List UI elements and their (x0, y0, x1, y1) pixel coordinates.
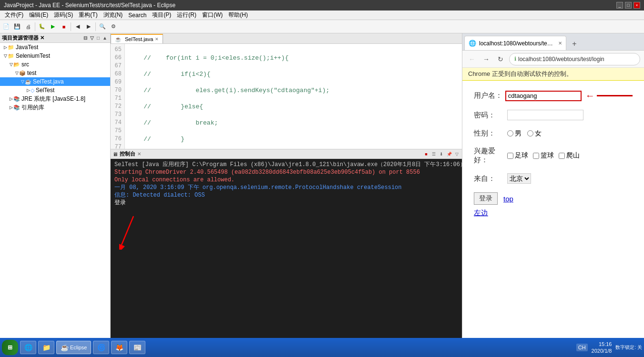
menu-navigate[interactable]: 浏览(N) (101, 10, 126, 20)
chrome-icon: 🌀 (97, 344, 105, 351)
project-tree: ▷ 📁 JavaTest ▽ 📁 SeleniumTest ▽ 📂 src (0, 43, 110, 347)
taskbar-explorer-icon[interactable]: 📁 (38, 341, 54, 354)
panel-menu-icon[interactable]: ▽ (89, 35, 95, 41)
back-nav-button[interactable]: ← (466, 53, 478, 65)
code-line-68: // }else{ (129, 103, 458, 111)
editor-tab-seltest[interactable]: ☕ SelTest.java ✕ (111, 34, 163, 43)
taskbar-blog-item[interactable]: 📰 (129, 341, 145, 354)
settings-icon[interactable]: ⚙ (108, 21, 119, 32)
taskbar-time: 15:16 (592, 341, 612, 347)
menu-file[interactable]: 文件(F) (2, 10, 26, 20)
menu-search[interactable]: Search (125, 11, 149, 20)
console-header: 🖥 控制台 ✕ ■ ☰ ⬇ 📌 ▽ (111, 149, 462, 159)
address-bar[interactable]: ℹ localhost:1080/webtours/test/login (509, 53, 640, 65)
code-line-67: // eles.get(i).sendKeys("cdtaogang"+i); (129, 86, 458, 94)
console-scroll-icon[interactable]: ⬇ (438, 151, 445, 158)
code-content[interactable]: // for(int i = 0;i<eles.size();i++){ // … (125, 44, 462, 149)
username-label: 用户名： (474, 91, 505, 100)
hobby-football-option[interactable]: 足球 (507, 151, 528, 160)
browser-tab-title: localhost:1080/webtours/test/l... (479, 40, 555, 47)
panel-close-icon[interactable]: □ (96, 35, 101, 41)
hobby-climbing-checkbox[interactable] (559, 153, 565, 159)
new-button[interactable]: 📄 (1, 21, 11, 32)
save-button[interactable]: 💾 (12, 21, 22, 32)
maximize-button[interactable]: □ (625, 2, 632, 9)
toolbar-sep-3 (95, 22, 96, 31)
browser-tab[interactable]: 🌐 localhost:1080/webtours/test/l... ✕ (464, 36, 566, 50)
top-link[interactable]: top (503, 195, 513, 203)
form-hobby-row: 兴趣爱好： 足球 篮球 爬山 (474, 147, 633, 165)
login-button[interactable]: 登录 (474, 192, 498, 205)
menu-help[interactable]: 帮助(H) (225, 10, 251, 20)
console-clear-icon[interactable]: ☰ (430, 151, 437, 158)
hobby-climbing-option[interactable]: 爬山 (559, 151, 580, 160)
tree-libs[interactable]: ▷ 📚 引用的库 (0, 103, 110, 112)
editor-tab-close-icon[interactable]: ✕ (155, 37, 159, 42)
tree-test-package[interactable]: ▽ 📦 test (0, 69, 110, 77)
tree-libs-label: 引用的库 (21, 104, 44, 112)
menu-run[interactable]: 运行(R) (174, 10, 199, 20)
search-icon[interactable]: 🔍 (97, 21, 108, 32)
line-numbers: 6566676869 7071727374 7576777879 8081828… (111, 44, 125, 149)
gender-male-label: 男 (515, 129, 521, 138)
console-terminate-icon[interactable]: ■ (423, 151, 429, 158)
back-button[interactable]: ◀ (72, 21, 83, 32)
collapse-all-icon[interactable]: ⊟ (82, 35, 88, 41)
taskbar-ie-icon[interactable]: 🌐 (20, 341, 36, 354)
stop-button[interactable]: ■ (59, 21, 69, 32)
menu-bar: 文件(F) 编辑(E) 源码(S) 重构(T) 浏览(N) Search 项目(… (0, 10, 644, 20)
tree-seltest-class[interactable]: ▷ ◇ SelTest (0, 86, 110, 94)
taskbar-eclipse-item[interactable]: ☕ Eclipse (56, 341, 91, 354)
run-button[interactable]: ▶ (48, 21, 58, 32)
gender-female-radio[interactable] (527, 130, 533, 136)
password-input[interactable] (507, 110, 583, 120)
tree-src[interactable]: ▽ 📂 src (0, 60, 110, 69)
menu-window[interactable]: 窗口(W) (199, 10, 225, 20)
gender-female-option[interactable]: 女 (527, 129, 542, 138)
taskbar-firefox-item[interactable]: 🦊 (111, 341, 127, 354)
reload-nav-button[interactable]: ↻ (495, 53, 506, 65)
menu-edit[interactable]: 编辑(E) (26, 10, 51, 20)
panel-maximize-icon[interactable]: ▲ (102, 35, 108, 41)
password-label: 密码： (474, 111, 507, 120)
menu-refactor[interactable]: 重构(T) (76, 10, 100, 20)
tree-seltest-java[interactable]: ▽ ☕ SelTest.java (0, 77, 110, 86)
console-pin-icon[interactable]: 📌 (446, 151, 452, 158)
svg-line-1 (122, 216, 133, 245)
tree-javatest[interactable]: ▷ 📁 JavaTest (0, 43, 110, 52)
tree-jre[interactable]: ▷ 📚 JRE 系统库 [JavaSE-1.8] (0, 94, 110, 103)
start-button[interactable]: ⊞ (2, 340, 18, 355)
username-arrow-line (597, 95, 633, 96)
fwd-button[interactable]: ▶ (83, 21, 94, 32)
taskbar-chrome-item[interactable]: 🌀 (93, 341, 109, 354)
console-more-icon[interactable]: ▽ (453, 151, 460, 158)
code-editor[interactable]: 6566676869 7071727374 7576777879 8081828… (111, 44, 462, 149)
eclipse-editor-area: ☕ SelTest.java ✕ 6566676869 7071727374 7… (111, 33, 462, 347)
new-tab-button[interactable]: + (568, 38, 581, 50)
browser-tab-close-icon[interactable]: ✕ (558, 41, 562, 46)
menu-project[interactable]: 项目(P) (149, 10, 174, 20)
tree-src-label: src (21, 61, 29, 68)
hobby-basketball-checkbox[interactable] (533, 153, 539, 159)
console-buttons: ■ ☰ ⬇ 📌 ▽ (423, 151, 460, 158)
console-title: 控制台 (120, 150, 135, 158)
hobby-basketball-option[interactable]: 篮球 (533, 151, 554, 160)
tree-seleniumtest[interactable]: ▽ 📁 SeleniumTest (0, 52, 110, 60)
gender-male-option[interactable]: 男 (507, 129, 521, 138)
gender-female-label: 女 (535, 129, 542, 138)
close-button[interactable]: × (634, 2, 640, 9)
console-wrapper: 🖥 控制台 ✕ ■ ☰ ⬇ 📌 ▽ SelTest [Java 应用程序] C:… (111, 149, 462, 347)
forward-nav-button[interactable]: → (480, 53, 492, 65)
print-button[interactable]: 🖨 (23, 21, 33, 32)
menu-source[interactable]: 源码(S) (51, 10, 76, 20)
console-close-icon[interactable]: ✕ (137, 151, 141, 157)
automation-banner: Chrome 正受到自动测试软件的控制。 (462, 68, 644, 81)
hobby-football-checkbox[interactable] (507, 153, 513, 159)
gender-male-radio[interactable] (507, 130, 513, 136)
origin-select[interactable]: 北京 上海 广州 (507, 173, 531, 184)
left-link[interactable]: 左边 (474, 209, 633, 218)
debug-button[interactable]: 🐛 (37, 21, 47, 32)
code-line-70: // } (129, 135, 458, 143)
minimize-button[interactable]: _ (616, 2, 623, 9)
username-input[interactable] (505, 91, 582, 101)
